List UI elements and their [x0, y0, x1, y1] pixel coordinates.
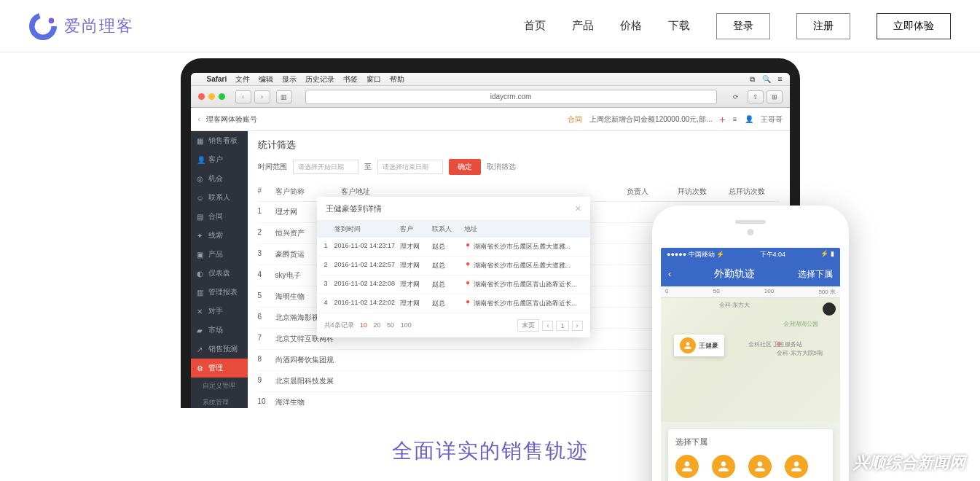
watermark-text: 兴顺综合新闻网 [853, 453, 965, 472]
svg-point-1 [49, 17, 55, 23]
modal-row[interactable]: 42016-11-02 14:22:02理才网赵总📍湖南省长沙市岳麓区青山路靠近… [317, 294, 590, 313]
col-addr: 客户地址 [341, 187, 627, 197]
close-icon[interactable]: × [575, 203, 581, 214]
sidebar-item-label: 管理 [208, 363, 223, 373]
sidebar-item-competitor[interactable]: ✕对手 [191, 302, 248, 321]
col-address: 地址 [464, 224, 583, 234]
map-view[interactable]: 金科·东方大 金洲湖湖公园 金科社区 卫生服务站 ✚ 金科·东方大院5期 王健豪 [661, 298, 840, 422]
menu-view[interactable]: 显示 [282, 74, 297, 85]
sidebar-item-label: 管理报表 [208, 287, 238, 297]
menu-icon: ≡ [778, 75, 783, 84]
menu-bookmarks[interactable]: 书签 [343, 74, 358, 85]
page-size[interactable]: 100 [401, 321, 412, 329]
nav-download[interactable]: 下载 [668, 19, 690, 33]
avatar-icon [675, 455, 699, 478]
confirm-button[interactable]: 确定 [449, 159, 481, 175]
safari-toolbar: ‹ › ▥ idaycrm.com ⟳ ⇪ ⊞ [191, 86, 790, 108]
modal-row[interactable]: 22016-11-02 14:22:57理才网赵总📍湖南省长沙市岳麓区岳麓大道雅… [317, 257, 590, 275]
sidebar-item-manage[interactable]: ⚙管理 [191, 359, 248, 378]
menu-history[interactable]: 历史记录 [305, 74, 334, 85]
sidebar-item-lead[interactable]: ✦线索 [191, 226, 248, 245]
maximize-icon[interactable] [219, 93, 225, 100]
nav-product[interactable]: 产品 [572, 19, 594, 33]
sidebar-button[interactable]: ▥ [276, 90, 292, 103]
battery-icon: ⚡ ▮ [820, 250, 834, 259]
main-nav: 首页 产品 价格 下载 登录 注册 立即体验 [524, 13, 951, 39]
nav-home[interactable]: 首页 [524, 19, 546, 33]
ruler-mark: 500 米 [818, 288, 836, 296]
menu-window[interactable]: 窗口 [366, 74, 381, 85]
sidebar-sub[interactable]: 系统管理 [191, 394, 248, 408]
menu-help[interactable]: 帮助 [390, 74, 404, 85]
logo-icon [29, 12, 57, 40]
page-size[interactable]: 50 [387, 321, 394, 329]
lead-icon: ✦ [197, 232, 204, 239]
add-icon[interactable]: + [719, 114, 725, 125]
page-size[interactable]: 10 [360, 321, 367, 329]
col-visits: 拜访次数 [678, 187, 729, 197]
sidebar-item-customer[interactable]: 👤客户 [191, 150, 248, 169]
minimize-icon[interactable] [208, 93, 215, 100]
cancel-filter-link[interactable]: 取消筛选 [487, 162, 516, 172]
forward-button[interactable]: › [254, 90, 270, 103]
col-name: 客户简称 [275, 187, 341, 197]
last-page-button[interactable]: 末页 [517, 319, 539, 332]
modal-row[interactable]: 12016-11-02 14:23:17理才网赵总📍湖南省长沙市岳麓区岳麓大道雅… [317, 238, 590, 257]
search-icon: 🔍 [762, 75, 771, 84]
subordinate-item[interactable]: 王毅 [785, 455, 808, 481]
box-icon: ▣ [197, 251, 204, 258]
menu-edit[interactable]: 编辑 [259, 74, 273, 85]
subordinate-item[interactable]: 张恪 [748, 455, 772, 481]
share-button[interactable]: ⇪ [748, 90, 764, 103]
user-avatar-icon[interactable]: 👤 [745, 115, 753, 123]
sidebar-item-forecast[interactable]: ↗销售预测 [191, 340, 248, 359]
person-pin[interactable]: 王健豪 [674, 335, 724, 356]
back-icon[interactable]: ‹ [668, 269, 671, 279]
menu-file[interactable]: 文件 [235, 74, 250, 85]
end-date-input[interactable]: 请选择结束日期 [377, 160, 443, 174]
select-subordinate-link[interactable]: 选择下属 [798, 268, 833, 281]
phone-navbar: ‹ 外勤轨迹 选择下属 [661, 262, 840, 286]
sidebar-item-reports[interactable]: ▥管理报表 [191, 283, 248, 302]
sidebar-item-opportunity[interactable]: ◎机会 [191, 169, 248, 188]
col-customer: 客户 [400, 224, 432, 234]
page-size[interactable]: 20 [374, 321, 381, 329]
prev-page-button[interactable]: ‹ [542, 321, 553, 331]
sidebar-item-dashboard[interactable]: ▦销售看板 [191, 131, 248, 150]
modal-row[interactable]: 32016-11-02 14:22:08理才网赵总📍湖南省长沙市岳麓区青山路靠近… [317, 275, 590, 294]
sidebar-item-product[interactable]: ▣产品 [191, 245, 248, 264]
sidebar-item-report-dash[interactable]: ◐仪表盘 [191, 264, 248, 283]
list-icon[interactable]: ≡ [733, 115, 737, 123]
next-page-button[interactable]: › [572, 321, 583, 331]
window-controls [198, 93, 225, 100]
app-header: ‹ 理客网体验账号 合同 上周您新增合同金额120000.00元,部... + … [191, 108, 790, 131]
page-number[interactable]: 1 [556, 321, 568, 331]
close-icon[interactable] [198, 93, 205, 100]
hero-stage: Safari 文件 编辑 显示 历史记录 书签 窗口 帮助 ⧉ 🔍 ≡ [0, 52, 980, 408]
sidebar-item-contact[interactable]: ☺联系人 [191, 188, 248, 207]
app-back-icon[interactable]: ‹ [198, 115, 200, 123]
tabs-button[interactable]: ⊞ [767, 90, 783, 103]
sidebar-sub[interactable]: 自定义管理 [191, 378, 248, 394]
compass-icon [823, 302, 836, 316]
sidebar-item-market[interactable]: ▰市场 [191, 321, 248, 340]
register-button[interactable]: 注册 [796, 13, 850, 39]
nav-price[interactable]: 价格 [620, 19, 642, 33]
subordinate-item[interactable]: 明堂 [712, 455, 735, 481]
url-bar[interactable]: idaycrm.com [305, 90, 717, 104]
gear-icon: ⚙ [197, 364, 204, 372]
trial-button[interactable]: 立即体验 [877, 13, 951, 39]
login-button[interactable]: 登录 [716, 13, 770, 39]
reload-icon[interactable]: ⟳ [730, 90, 742, 103]
sidebar-item-contract[interactable]: ▤合同 [191, 207, 248, 226]
brand[interactable]: 爱尚理客 [29, 12, 134, 40]
back-button[interactable]: ‹ [235, 90, 251, 103]
start-date-input[interactable]: 请选择开始日期 [293, 160, 358, 174]
ruler-mark: 0 [665, 288, 668, 296]
trend-icon: ↗ [197, 345, 204, 353]
menu-app[interactable]: Safari [207, 75, 227, 83]
dashboard-icon: ▦ [197, 137, 204, 144]
subordinate-item[interactable]: 王健豪 [675, 455, 699, 481]
hospital-icon: ✚ [776, 340, 782, 348]
map-ruler: 0 50 100 500 米 [661, 286, 840, 298]
